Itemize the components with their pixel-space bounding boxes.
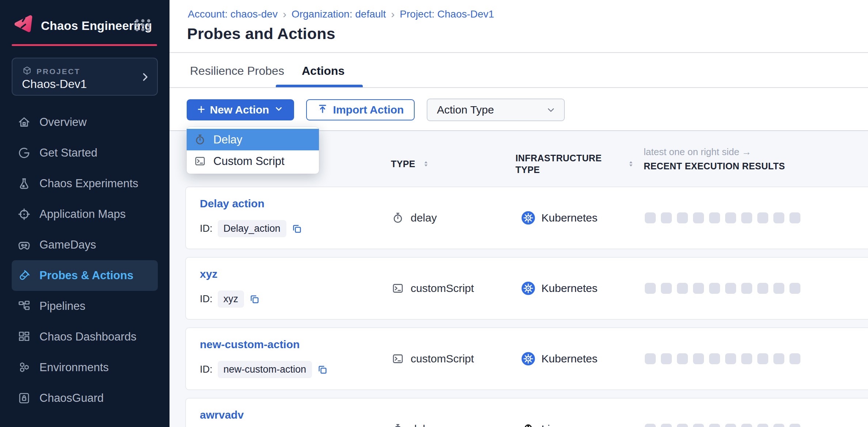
stopwatch-icon — [392, 212, 404, 224]
linux-icon — [521, 422, 536, 427]
tab-actions[interactable]: Actions — [302, 64, 344, 78]
action-name-link[interactable]: Delay action — [200, 197, 264, 210]
tab-bar: Resilience ProbesActions — [170, 58, 868, 87]
sidebar-item-label: Environments — [39, 361, 109, 374]
execution-placeholder — [661, 283, 672, 294]
action-name-link[interactable]: xyz — [200, 268, 217, 280]
page-title: Probes and Actions — [187, 25, 335, 43]
sidebar-item-probes-actions[interactable]: Probes & Actions — [12, 260, 158, 291]
action-type: customScript — [392, 353, 474, 365]
chaos-engineering-logo-icon[interactable] — [13, 14, 34, 34]
project-name: Chaos-Dev1 — [22, 77, 87, 91]
action-type-label: Action Type — [437, 104, 494, 116]
module-grid-icon[interactable] — [135, 19, 151, 31]
execution-placeholder — [661, 212, 672, 223]
dashboards-icon — [18, 330, 31, 343]
import-action-button[interactable]: Import Action — [306, 99, 415, 120]
new-action-button[interactable]: + New Action — [187, 99, 294, 120]
copy-icon[interactable] — [249, 294, 260, 305]
tab-resilience-probes[interactable]: Resilience Probes — [190, 64, 284, 78]
sort-icon[interactable] — [627, 160, 635, 168]
upload-icon — [317, 103, 328, 117]
execution-placeholder — [677, 424, 688, 427]
execution-placeholder — [789, 424, 800, 427]
sidebar-item-chaosguard[interactable]: ChaosGuard — [12, 383, 158, 413]
sidebar-item-chaos-dashboards[interactable]: Chaos Dashboards — [12, 322, 158, 352]
execution-placeholder — [709, 212, 720, 223]
execution-placeholder — [645, 212, 656, 223]
execution-placeholder — [677, 353, 688, 364]
execution-placeholder — [741, 424, 752, 427]
menu-item-label: Delay — [213, 133, 242, 146]
pipelines-icon — [18, 300, 31, 313]
action-type-label: delay — [411, 423, 437, 427]
recent-execution-results — [645, 283, 806, 294]
action-name-link[interactable]: awrvadv — [200, 409, 244, 421]
breadcrumb-link[interactable]: Project: Chaos-Dev1 — [400, 8, 494, 20]
execution-placeholder — [773, 353, 784, 364]
action-row: Delay actionID:Delay_actiondelayKubernet… — [185, 186, 868, 249]
action-type: customScript — [392, 282, 474, 295]
execution-placeholder — [645, 424, 656, 427]
sidebar-item-pipelines[interactable]: Pipelines — [12, 291, 158, 322]
sidebar-item-label: Probes & Actions — [39, 269, 133, 282]
menu-item-custom-script[interactable]: Custom Script — [187, 150, 319, 172]
execution-placeholder — [741, 283, 752, 294]
breadcrumb-separator: › — [391, 8, 395, 20]
action-type: delay — [392, 423, 437, 427]
id-label: ID: — [200, 223, 213, 234]
execution-placeholder — [741, 353, 752, 364]
sidebar-item-environments[interactable]: Environments — [12, 352, 158, 383]
stopwatch-icon — [194, 134, 206, 146]
recent-execution-results — [645, 424, 806, 427]
test-tube-icon — [18, 269, 31, 282]
execution-placeholder — [677, 283, 688, 294]
kubernetes-icon — [521, 281, 536, 296]
menu-item-delay[interactable]: Delay — [187, 129, 319, 150]
action-row: new-custom-actionID:new-custom-actioncus… — [185, 327, 868, 390]
infrastructure-type: Kubernetes — [521, 211, 597, 225]
sidebar-item-label: Overview — [39, 116, 87, 129]
execution-placeholder — [789, 283, 800, 294]
execution-placeholder — [773, 283, 784, 294]
breadcrumb-link[interactable]: Organization: default — [292, 8, 386, 20]
execution-placeholder — [757, 212, 768, 223]
action-id-row: ID:Delay_action — [200, 220, 302, 237]
sidebar-item-get-started[interactable]: Get Started — [12, 138, 158, 168]
sidebar-item-overview[interactable]: Overview — [12, 107, 158, 138]
brand-divider — [12, 44, 157, 46]
target-icon — [18, 208, 31, 221]
action-type-select[interactable]: Action Type — [427, 99, 565, 121]
execution-placeholder — [693, 353, 704, 364]
sidebar-item-chaos-experiments[interactable]: Chaos Experiments — [12, 168, 158, 199]
flask-icon — [18, 177, 31, 190]
sort-icon[interactable] — [422, 160, 430, 168]
copy-icon[interactable] — [317, 364, 328, 375]
execution-placeholder — [773, 424, 784, 427]
chevron-down-icon — [274, 104, 283, 116]
action-name-link[interactable]: new-custom-action — [200, 338, 300, 351]
sidebar: Chaos Engineering PROJECT — [0, 0, 170, 427]
execution-placeholder — [757, 283, 768, 294]
action-type: delay — [392, 212, 437, 224]
copy-icon[interactable] — [292, 223, 302, 234]
project-selector[interactable]: PROJECT Chaos-Dev1 — [12, 58, 158, 96]
breadcrumb-link[interactable]: Account: chaos-dev — [188, 8, 278, 20]
execution-placeholder — [693, 283, 704, 294]
action-id: new-custom-action — [218, 361, 312, 378]
action-row: awrvadvdelayLinux — [185, 398, 868, 427]
terminal-icon — [392, 282, 404, 295]
breadcrumb: Account: chaos-dev›Organization: default… — [188, 8, 494, 20]
action-id: xyz — [218, 291, 244, 308]
sidebar-item-application-maps[interactable]: Application Maps — [12, 199, 158, 230]
sidebar-item-label: Pipelines — [39, 300, 85, 313]
execution-placeholder — [741, 212, 752, 223]
actions-table: TYPE INFRASTRUCTURE TYPE latest one on r… — [170, 130, 868, 427]
title-divider — [170, 52, 868, 53]
sidebar-item-gamedays[interactable]: GameDays — [12, 230, 158, 260]
column-header-type: TYPE — [391, 158, 430, 170]
sidebar-nav: OverviewGet StartedChaos ExperimentsAppl… — [12, 107, 158, 413]
import-action-label: Import Action — [333, 104, 404, 116]
table-body: Delay actionID:Delay_actiondelayKubernet… — [185, 186, 868, 427]
stopwatch-icon — [392, 423, 404, 427]
